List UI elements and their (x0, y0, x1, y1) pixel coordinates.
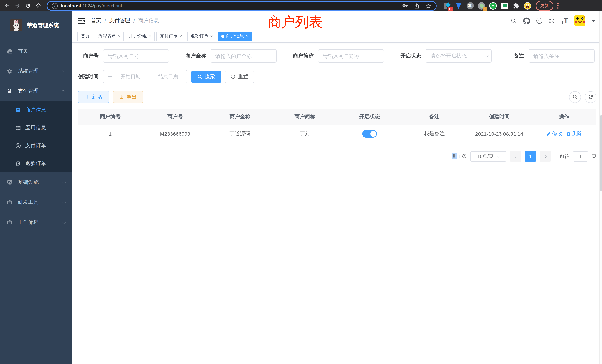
goto-page-input[interactable] (573, 151, 588, 162)
extension-kite-icon[interactable] (455, 2, 462, 10)
extension-y-icon[interactable]: Y (489, 2, 497, 10)
breadcrumb-item-home[interactable]: 首页 (91, 17, 101, 24)
tab-close-icon[interactable]: × (118, 33, 120, 39)
prev-page-button[interactable] (510, 151, 521, 162)
refresh-table-button[interactable] (585, 91, 596, 103)
tab-close-icon[interactable]: × (246, 33, 248, 39)
merchant-shortname-input[interactable] (318, 49, 384, 63)
column-header: 商户编号 (78, 109, 143, 125)
pagination-total: 共 1 条 (452, 153, 467, 160)
page-size-select[interactable]: 10条/页 (470, 151, 506, 162)
add-button[interactable]: 新增 (78, 91, 109, 103)
page-scrollbar[interactable] (599, 11, 602, 364)
help-icon[interactable]: ? (536, 18, 542, 24)
app-logo-row[interactable]: 芋道管理系统 (0, 11, 72, 35)
status-select[interactable]: 请选择开启状态 (426, 49, 492, 63)
scrollbar-thumb[interactable] (600, 115, 602, 191)
topbar: 首页 / 支付管理 / 商户信息 ? TT (72, 11, 602, 30)
sidebar-item-app-info[interactable]: 应用信息 (0, 119, 72, 137)
tab-close-icon[interactable]: × (210, 33, 213, 39)
app-title: 芋道管理系统 (27, 22, 59, 29)
sidebar-item-pay[interactable]: ¥ 支付管理 (0, 81, 72, 101)
site-info-icon[interactable]: i (52, 3, 58, 9)
page-content: 商户号 商户全称 商户简称 开启状态 请选择开启状态 备注 (72, 43, 602, 364)
header-search-icon[interactable] (510, 18, 517, 24)
sidebar-item-label: 应用信息 (25, 125, 46, 131)
remark-input[interactable] (529, 49, 595, 63)
breadcrumb-item-current: 商户信息 (138, 17, 159, 24)
search-button[interactable]: 搜索 (191, 71, 221, 83)
chevron-right-icon (543, 154, 547, 159)
extension-chat-icon[interactable] (501, 2, 508, 10)
browser-update-button[interactable]: 更新 (536, 1, 553, 11)
sidebar-collapse-icon[interactable] (78, 18, 85, 24)
tab-close-icon[interactable]: × (149, 33, 151, 39)
extension-command-icon[interactable]: ⌘ (466, 2, 474, 10)
extension-camera-icon[interactable]: 1 (478, 2, 485, 10)
tab-merchant-info[interactable]: 商户信息× (218, 31, 252, 41)
create-time-range-picker[interactable]: 开始日期 - 结束日期 (103, 70, 187, 83)
chevron-down-icon (62, 180, 66, 184)
tab-refund-order[interactable]: 退款订单× (187, 31, 216, 41)
table-header-row: 商户编号 商户号 商户全称 商户简称 开启状态 备注 创建时间 操作 (78, 109, 596, 125)
tab-pay-order[interactable]: 支付订单× (156, 31, 185, 41)
refresh-icon (588, 94, 593, 100)
extensions-puzzle-icon[interactable] (512, 2, 520, 10)
browser-home-button[interactable] (33, 1, 43, 11)
export-button[interactable]: 导出 (113, 91, 143, 103)
page-suffix-label: 页 (592, 153, 596, 160)
share-icon[interactable] (414, 2, 420, 9)
sidebar-item-devtools[interactable]: 研发工具 (0, 192, 72, 212)
key-icon[interactable] (402, 3, 408, 9)
column-header: 备注 (402, 109, 467, 125)
next-page-button[interactable] (540, 151, 551, 162)
show-search-toggle-button[interactable] (569, 91, 581, 103)
sidebar-item-system[interactable]: 系统管理 (0, 61, 72, 81)
yen-icon: ¥ (6, 88, 13, 94)
cell-operations: 修改 删除 (532, 125, 596, 143)
avatar-caret-down-icon[interactable] (592, 20, 595, 23)
browser-menu-kebab-icon[interactable] (557, 3, 559, 9)
browser-reload-button[interactable] (23, 1, 33, 11)
sidebar-item-workflow[interactable]: 工作流程 (0, 212, 72, 232)
page-number-button[interactable]: 1 (525, 151, 536, 162)
github-icon[interactable] (523, 17, 530, 24)
address-bar[interactable]: i localhost:1024/pay/merchant (47, 1, 437, 11)
search-icon (197, 74, 202, 79)
extensions-strip: 10 ⌘ 1 Y (443, 2, 531, 10)
merchant-fullname-input[interactable] (211, 49, 277, 63)
fullscreen-icon[interactable] (549, 18, 555, 24)
edit-link[interactable]: 修改 (546, 130, 562, 137)
bookmark-star-icon[interactable] (425, 2, 431, 9)
main-area: 首页 / 支付管理 / 商户信息 ? TT (72, 11, 602, 364)
font-size-icon[interactable]: TT (561, 17, 568, 24)
sidebar-item-pay-order[interactable]: 支付订单 (0, 137, 72, 155)
column-header: 商户号 (143, 109, 208, 125)
reload-icon (25, 3, 31, 9)
sidebar-item-home[interactable]: 首页 (0, 41, 72, 61)
browser-forward-button[interactable] (13, 1, 22, 11)
extension-tabs-icon[interactable]: 10 (443, 2, 451, 10)
merchant-no-input[interactable] (103, 49, 169, 63)
sidebar-item-label: 商户信息 (25, 107, 46, 113)
sidebar-item-merchant-info[interactable]: 商户信息 (0, 101, 72, 119)
sidebar-item-refund-order[interactable]: 退款订单 (0, 155, 72, 172)
status-toggle[interactable] (362, 130, 377, 138)
url-text: localhost:1024/pay/merchant (61, 3, 122, 8)
tab-home[interactable]: 首页 (77, 31, 93, 41)
browser-chrome: i localhost:1024/pay/merchant 10 ⌘ 1 Y (0, 0, 602, 11)
user-avatar[interactable] (574, 15, 585, 26)
reset-button[interactable]: 重置 (225, 71, 254, 83)
delete-link[interactable]: 删除 (566, 130, 582, 137)
forward-arrow-icon (14, 3, 21, 9)
back-arrow-icon (4, 3, 10, 9)
tab-close-icon[interactable]: × (179, 33, 182, 39)
download-icon (119, 95, 124, 99)
cell-full-name: 芋道源码 (208, 125, 272, 143)
document-icon (15, 161, 21, 166)
tab-user-group[interactable]: 用户分组× (126, 31, 155, 41)
browser-back-button[interactable] (2, 1, 12, 11)
tab-process-form[interactable]: 流程表单× (95, 31, 124, 41)
profile-avatar-icon[interactable] (524, 2, 531, 10)
sidebar-item-infra[interactable]: 基础设施 (0, 172, 72, 192)
